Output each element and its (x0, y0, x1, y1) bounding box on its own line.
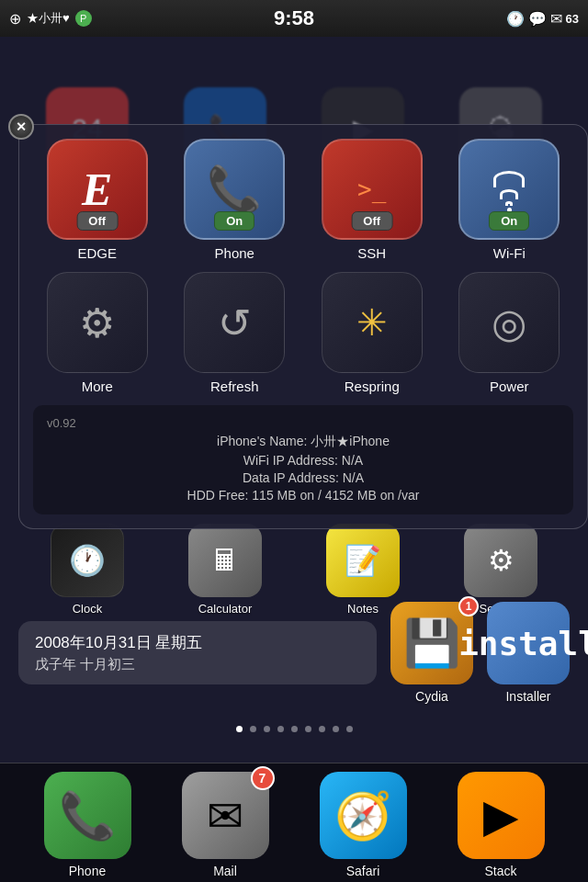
page-dot-1[interactable] (236, 726, 243, 732)
more-icon-box[interactable]: ⚙ (47, 272, 148, 373)
close-button[interactable]: ✕ (8, 114, 34, 140)
respring-icon-box[interactable]: ✳ (322, 272, 423, 373)
dock-safari-icon[interactable]: 🧭 (320, 772, 407, 859)
installer-app-item[interactable]: install Installer (487, 602, 570, 704)
edge-label: EDGE (77, 245, 117, 261)
installer-icon-wrapper: install (487, 602, 570, 684)
wifi-icon-box[interactable]: On (458, 139, 560, 240)
date-line2: 戊子年 十月初三 (35, 656, 360, 673)
power-icon: ◎ (492, 300, 526, 346)
power-icon-box[interactable]: ◎ (458, 272, 560, 373)
stack-play-icon: ▶ (483, 789, 518, 842)
power-action-item[interactable]: ◎ Power (454, 272, 564, 394)
respring-label: Respring (345, 379, 400, 394)
edge-letter: E (82, 163, 112, 216)
page-dot-6[interactable] (305, 726, 311, 732)
version-text: v0.92 (47, 416, 76, 430)
hdd-free-line: HDD Free: 115 MB on / 4152 MB on /var (47, 488, 560, 503)
calculator-icon-box[interactable]: 🖩 (188, 524, 262, 597)
dock-phone-label: Phone (69, 864, 106, 878)
refresh-action-item[interactable]: ↺ Refresh (179, 272, 289, 394)
edge-badge: Off (76, 211, 118, 231)
phone-toggle-label: Phone (215, 245, 254, 261)
safari-compass-icon: 🧭 (334, 789, 391, 842)
cydia-app-label: Cydia (415, 689, 448, 704)
edge-icon-box[interactable]: E Off (47, 139, 148, 240)
edge-toggle-item[interactable]: E Off EDGE (42, 139, 153, 261)
network-icon: ⊕ (9, 10, 21, 28)
phone-dock-icon: 📞 (59, 789, 116, 842)
wifi-label: Wi-Fi (493, 245, 526, 261)
settings-popup: ✕ E Off EDGE 📞 On (18, 124, 588, 529)
mail-status-icon: ✉ (550, 10, 562, 28)
settings-icon-box[interactable]: ⚙ (464, 524, 537, 597)
dock-mail-wrapper: ✉ 7 (182, 772, 269, 859)
status-bar: ⊕ ★小卅♥ P 9:58 🕐 💬 ✉ 63 (0, 0, 588, 37)
gear-icon: ⚙ (79, 300, 115, 346)
date-widget: 2008年10月31日 星期五 戊子年 十月初三 (18, 621, 377, 684)
wifi-badge: On (489, 211, 529, 231)
dock-mail-label: Mail (213, 864, 237, 878)
main-content: 24 📞 ▶ 🌤 ✕ E Off EDGE (0, 37, 588, 882)
clock-icon-box[interactable]: 🕐 (51, 524, 124, 597)
status-right-icons: 🕐 💬 ✉ 63 (294, 10, 579, 28)
refresh-icon: ↺ (218, 300, 252, 346)
page-dot-2[interactable] (250, 726, 256, 732)
dock: 📞 Phone ✉ 7 Mail 🧭 Safari ▶ Stack (0, 763, 588, 882)
refresh-label: Refresh (210, 379, 259, 394)
date-line1: 2008年10月31日 星期五 (35, 632, 360, 653)
installer-icon-box[interactable]: install (487, 602, 570, 684)
respring-action-item[interactable]: ✳ Respring (317, 272, 427, 394)
page-dot-5[interactable] (291, 726, 298, 732)
page-dot-3[interactable] (264, 726, 270, 732)
wifi-ip-line: WiFi IP Address: N/A (47, 453, 560, 468)
ssh-badge: Off (351, 211, 392, 231)
page-dots (0, 726, 588, 732)
dock-mail-item[interactable]: ✉ 7 Mail (182, 772, 269, 878)
page-dot-4[interactable] (277, 726, 284, 732)
mail-envelope-icon: ✉ (207, 790, 243, 842)
installer-app-label: Installer (505, 689, 550, 704)
more-action-item[interactable]: ⚙ More (42, 272, 153, 394)
clock-status-icon: 🕐 (506, 10, 525, 28)
notes-icon: 📝 (345, 543, 381, 578)
mail-badge: 7 (251, 766, 275, 790)
page-dot-9[interactable] (346, 726, 353, 732)
page-dot-8[interactable] (333, 726, 339, 732)
dock-safari-label: Safari (346, 864, 380, 878)
data-ip-line: Data IP Address: N/A (47, 470, 560, 485)
dock-stack-label: Stack (484, 864, 516, 878)
wifi-signal-icon (493, 166, 525, 212)
push-icon: P (75, 10, 92, 27)
wifi-toggle-item[interactable]: On Wi-Fi (454, 139, 564, 261)
ssh-icon-box[interactable]: >_ Off (322, 139, 423, 240)
ssh-label: SSH (357, 245, 386, 261)
widget-apps-row: 2008年10月31日 星期五 戊子年 十月初三 💾 1 Cydia insta… (0, 602, 588, 704)
dock-safari-item[interactable]: 🧭 Safari (320, 772, 407, 878)
toggle-row: E Off EDGE 📞 On Phone >_ (33, 139, 573, 261)
dock-stack-item[interactable]: ▶ Stack (458, 772, 545, 878)
page-dot-7[interactable] (319, 726, 325, 732)
username-text: ★小卅♥ (27, 10, 70, 27)
info-section: v0.92 iPhone's Name: 小卅★iPhone WiFi IP A… (33, 405, 573, 514)
cydia-icon: 💾 (403, 616, 460, 670)
ssh-toggle-item[interactable]: >_ Off SSH (317, 139, 427, 261)
cydia-badge: 1 (458, 596, 479, 616)
calculator-icon: 🖩 (210, 544, 240, 578)
battery-level: 63 (566, 12, 579, 26)
phone-handset-icon: 📞 (207, 164, 262, 215)
clock-icon: 🕐 (69, 543, 106, 578)
refresh-icon-box[interactable]: ↺ (184, 272, 285, 373)
dock-phone-item[interactable]: 📞 Phone (44, 772, 131, 878)
phone-toggle-item[interactable]: 📞 On Phone (179, 139, 289, 261)
notes-icon-box[interactable]: 📝 (326, 524, 400, 597)
phone-icon-box[interactable]: 📞 On (184, 139, 285, 240)
device-name-line: iPhone's Name: 小卅★iPhone (47, 434, 560, 450)
status-time: 9:58 (274, 6, 314, 30)
dock-stack-icon[interactable]: ▶ (458, 772, 545, 859)
close-icon: ✕ (16, 119, 27, 134)
status-left-icons: ⊕ ★小卅♥ P (9, 10, 294, 28)
dock-phone-icon[interactable]: 📞 (44, 772, 131, 859)
ssh-terminal-icon: >_ (357, 175, 386, 203)
power-label: Power (490, 379, 529, 394)
